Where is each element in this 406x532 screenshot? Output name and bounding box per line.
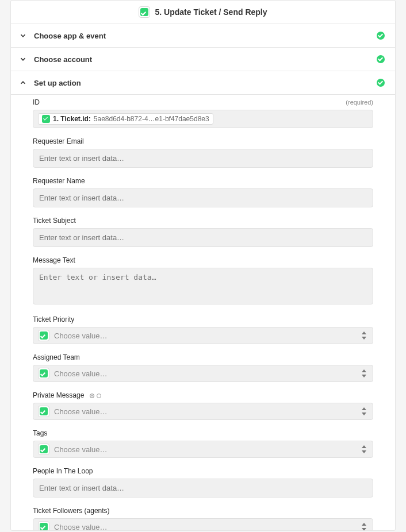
section-choose-account[interactable]: Choose account [11, 48, 395, 71]
field-requester-name: Requester Name [33, 177, 373, 207]
app-mini-icon [38, 444, 49, 455]
message-text-input[interactable] [33, 268, 373, 304]
field-label-text: Private Message [33, 391, 84, 399]
select-placeholder: Choose value… [54, 523, 108, 531]
field-label: Ticket Priority [33, 315, 74, 323]
ticket-subject-input[interactable] [33, 228, 373, 247]
field-label: Requester Email [33, 137, 84, 145]
section-label: Set up action [34, 79, 371, 87]
field-requester-email: Requester Email [33, 137, 373, 168]
chevron-down-icon [18, 54, 28, 64]
step-header: 5. Update Ticket / Send Reply [11, 1, 395, 24]
sort-caret-icon [361, 407, 367, 415]
sort-caret-icon [361, 369, 367, 377]
field-label: Ticket Subject [33, 217, 76, 225]
required-indicator: (required) [346, 99, 373, 106]
check-complete-icon [377, 32, 385, 40]
step-panel: 5. Update Ticket / Send Reply Choose app… [10, 0, 396, 531]
check-complete-icon [377, 79, 385, 87]
app-mini-icon [38, 521, 49, 530]
app-mini-icon [38, 368, 49, 379]
private-message-select[interactable]: Choose value… [33, 403, 373, 420]
field-label: Requester Name [33, 177, 85, 185]
tags-select[interactable]: Choose value… [33, 441, 373, 458]
mapped-value-pill[interactable]: 1. Ticket.id: 5ae8d6d4-b872-4…e1-bf47dae… [38, 113, 213, 125]
field-private-message: Private Message Choose value… [33, 391, 373, 420]
field-id: ID (required) 1. Ticket.id: 5ae8d6d4-b87… [33, 98, 373, 128]
field-ticket-priority: Ticket Priority Choose value… [33, 315, 373, 344]
requester-email-input[interactable] [33, 149, 373, 168]
sort-caret-icon [361, 331, 367, 340]
section-label: Choose account [34, 55, 371, 64]
field-tags: Tags Choose value… [33, 429, 373, 458]
field-label: Tags [33, 429, 47, 437]
field-message-text: Message Text [33, 256, 373, 306]
field-label: Ticket Followers (agents) [33, 507, 110, 515]
field-assigned-team: Assigned Team Choose value… [33, 353, 373, 382]
sort-caret-icon [361, 445, 367, 453]
app-mini-icon [38, 406, 49, 417]
pill-label: 1. Ticket.id: [53, 115, 91, 123]
id-input[interactable]: 1. Ticket.id: 5ae8d6d4-b872-4…e1-bf47dae… [33, 110, 373, 128]
field-ticket-subject: Ticket Subject [33, 217, 373, 247]
chevron-up-icon [18, 78, 28, 88]
app-logo-icon [139, 6, 150, 18]
select-placeholder: Choose value… [54, 445, 108, 454]
select-placeholder: Choose value… [54, 331, 108, 340]
setup-action-form: ID (required) 1. Ticket.id: 5ae8d6d4-b87… [11, 95, 395, 530]
pill-value: 5ae8d6d4-b872-4…e1-bf47dae5d8e3 [94, 115, 209, 123]
select-placeholder: Choose value… [54, 407, 108, 416]
app-mini-icon [38, 330, 49, 341]
people-in-loop-input[interactable] [33, 479, 373, 498]
assigned-team-select[interactable]: Choose value… [33, 365, 373, 382]
boolean-type-icon [90, 394, 101, 398]
step-title: 5. Update Ticket / Send Reply [155, 7, 267, 17]
field-label: ID [33, 98, 40, 106]
ticket-priority-select[interactable]: Choose value… [33, 327, 373, 344]
check-complete-icon [377, 55, 385, 63]
field-label: Private Message [33, 391, 101, 399]
field-label: Message Text [33, 256, 75, 264]
section-setup-action[interactable]: Set up action [11, 71, 395, 95]
field-label: People In The Loop [33, 467, 93, 475]
select-placeholder: Choose value… [54, 369, 108, 378]
field-people-in-loop: People In The Loop [33, 467, 373, 498]
ticket-followers-select[interactable]: Choose value… [33, 518, 373, 530]
field-ticket-followers: Ticket Followers (agents) Choose value… [33, 507, 373, 530]
chevron-down-icon [18, 30, 28, 41]
field-label: Assigned Team [33, 353, 80, 361]
section-choose-app[interactable]: Choose app & event [11, 24, 395, 48]
requester-name-input[interactable] [33, 188, 373, 207]
section-label: Choose app & event [34, 32, 371, 40]
app-mini-icon [42, 115, 50, 123]
sort-caret-icon [361, 523, 367, 530]
